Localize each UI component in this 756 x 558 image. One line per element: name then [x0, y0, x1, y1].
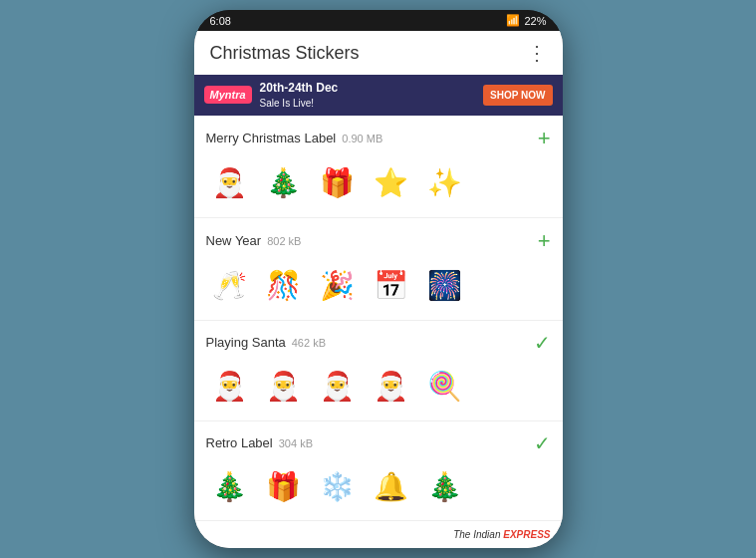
pack-action-button[interactable]: + — [538, 126, 551, 151]
pack-info: Merry Christmas Label 0.90 MB — [206, 131, 383, 145]
pack-header: Merry Christmas Label 0.90 MB + — [206, 126, 551, 151]
phone-frame: 6:08 📶 22% Christmas Stickers ⋮ Myntra 2… — [194, 10, 563, 548]
ad-line2: Sale Is Live! — [260, 98, 314, 109]
pack-action-button[interactable]: ✓ — [534, 331, 551, 355]
sticker-thumb-1: 🎄 — [260, 159, 308, 207]
sticker-thumb-2: ❄️ — [314, 463, 362, 511]
sticker-packs-list: Merry Christmas Label 0.90 MB + 🎅🎄🎁⭐✨ Ne… — [194, 116, 563, 520]
stickers-row: 🎄🎁❄️🔔🎄 — [206, 463, 551, 511]
watermark-text: The Indian EXPRESS — [453, 529, 550, 540]
pack-header: New Year 802 kB + — [206, 228, 551, 254]
pack-action-button[interactable]: + — [538, 228, 551, 254]
pack-size: 802 kB — [267, 235, 301, 247]
ad-line1: 20th-24th Dec — [260, 81, 339, 97]
sticker-thumb-2: 🎁 — [314, 159, 362, 207]
pack-header: Playing Santa 462 kB ✓ — [206, 331, 551, 355]
sticker-thumb-0: 🎅 — [206, 159, 254, 207]
sticker-pack-retro-label: Retro Label 304 kB ✓ 🎄🎁❄️🔔🎄 — [194, 421, 563, 520]
sticker-thumb-4: 🍭 — [421, 363, 469, 411]
sticker-thumb-0: 🎄 — [206, 463, 254, 511]
shop-now-button[interactable]: SHOP NOW — [483, 85, 552, 106]
pack-info: Retro Label 304 kB — [206, 435, 313, 450]
sticker-thumb-4: 🎆 — [421, 262, 469, 310]
sticker-thumb-3: 🎅 — [368, 363, 415, 411]
ad-banner[interactable]: Myntra 20th-24th Dec Sale Is Live! SHOP … — [194, 75, 563, 116]
pack-name: Merry Christmas Label — [206, 131, 337, 145]
app-bar: Christmas Stickers ⋮ — [194, 31, 563, 75]
pack-info: New Year 802 kB — [206, 233, 302, 248]
sticker-thumb-1: 🎁 — [260, 463, 308, 511]
sticker-thumb-1: 🎊 — [260, 262, 308, 310]
watermark: The Indian EXPRESS — [194, 520, 563, 548]
screen: Christmas Stickers ⋮ Myntra 20th-24th De… — [194, 31, 563, 548]
sticker-thumb-3: ⭐ — [368, 159, 415, 207]
stickers-row: 🎅🎄🎁⭐✨ — [206, 159, 551, 207]
watermark-prefix: The Indian — [453, 529, 500, 540]
battery-text: 22% — [524, 15, 546, 27]
watermark-accent: EXPRESS — [503, 529, 550, 540]
sticker-thumb-1: 🎅 — [260, 363, 308, 411]
status-icons: 📶 22% — [506, 14, 546, 27]
sticker-thumb-4: 🎄 — [421, 463, 469, 511]
sticker-thumb-3: 📅 — [368, 262, 415, 310]
pack-header: Retro Label 304 kB ✓ — [206, 431, 551, 455]
pack-action-button[interactable]: ✓ — [534, 431, 551, 455]
pack-name: New Year — [206, 233, 262, 248]
pack-info: Playing Santa 462 kB — [206, 335, 326, 350]
sticker-pack-playing-santa: Playing Santa 462 kB ✓ 🎅🎅🎅🎅🍭 — [194, 321, 563, 421]
stickers-row: 🎅🎅🎅🎅🍭 — [206, 363, 551, 411]
sticker-thumb-4: ✨ — [421, 159, 469, 207]
pack-size: 462 kB — [292, 337, 326, 349]
status-bar: 6:08 📶 22% — [194, 10, 563, 31]
pack-size: 304 kB — [279, 437, 313, 449]
myntra-logo: Myntra — [204, 86, 252, 104]
status-time: 6:08 — [210, 15, 231, 27]
sticker-pack-merry-christmas-label: Merry Christmas Label 0.90 MB + 🎅🎄🎁⭐✨ — [194, 116, 563, 218]
ad-content: Myntra 20th-24th Dec Sale Is Live! — [204, 81, 339, 110]
sticker-thumb-0: 🥂 — [206, 262, 254, 310]
pack-name: Playing Santa — [206, 335, 286, 350]
sticker-thumb-0: 🎅 — [206, 363, 254, 411]
sticker-thumb-2: 🎉 — [314, 262, 362, 310]
sticker-thumb-2: 🎅 — [314, 363, 362, 411]
ad-text: 20th-24th Dec Sale Is Live! — [260, 81, 339, 110]
app-title: Christmas Stickers — [210, 43, 360, 64]
sticker-thumb-3: 🔔 — [368, 463, 415, 511]
more-button[interactable]: ⋮ — [527, 41, 547, 65]
sticker-pack-new-year: New Year 802 kB + 🥂🎊🎉📅🎆 — [194, 218, 563, 321]
pack-size: 0.90 MB — [342, 133, 382, 144]
wifi-icon: 📶 — [506, 14, 520, 27]
pack-name: Retro Label — [206, 435, 273, 450]
stickers-row: 🥂🎊🎉📅🎆 — [206, 262, 551, 310]
